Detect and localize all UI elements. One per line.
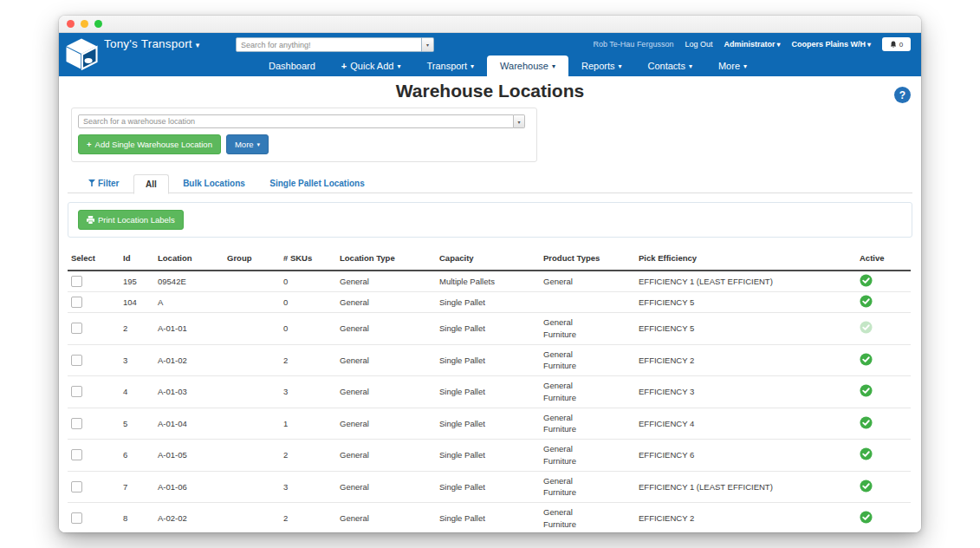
row-checkbox[interactable] [71, 355, 82, 366]
global-search-input[interactable] [236, 37, 422, 52]
table-row: 2 A-01-01 0 General Single Pallet Genera… [68, 313, 911, 345]
brand-menu[interactable]: Tony's Transport ▾ [104, 37, 200, 50]
product-type-line: Furniture [543, 423, 632, 435]
col-capacity: Capacity [436, 248, 540, 271]
location-search-dropdown-button[interactable]: ▾ [514, 114, 525, 128]
active-check-icon [860, 480, 873, 493]
role-menu[interactable]: Administrator▾ [724, 40, 780, 49]
nav-label: Quick Add [350, 61, 393, 71]
printer-icon [87, 216, 94, 224]
cell-pick-efficiency: EFFICIENCY 1 (LEAST EFFICIENT) [635, 271, 856, 292]
active-check-icon [860, 384, 873, 397]
bell-icon [890, 41, 897, 49]
col-product-types: Product Types [540, 248, 635, 271]
tab-single-pallet-locations[interactable]: Single Pallet Locations [259, 174, 374, 192]
page-content: Warehouse Locations ? ▾ +Add Single Ware… [59, 81, 921, 532]
cell-id: 195 [120, 271, 154, 292]
nav-dashboard[interactable]: Dashboard [256, 55, 328, 76]
cell-skus: 3 [280, 376, 336, 408]
table-row: 7 A-01-06 3 General Single Pallet Genera… [68, 471, 911, 503]
close-button[interactable] [67, 20, 75, 28]
cell-capacity: Single Pallet [436, 313, 540, 345]
col-location-type: Location Type [336, 248, 436, 271]
chevron-down-icon: ▾ [619, 62, 622, 70]
chevron-down-icon: ▾ [471, 62, 474, 70]
col-group: Group [224, 248, 280, 271]
nav-more[interactable]: More▾ [705, 55, 760, 76]
global-search: ▾ [236, 37, 434, 52]
cell-capacity: Single Pallet [436, 292, 540, 313]
tab-bulk-locations[interactable]: Bulk Locations [172, 174, 256, 192]
more-button[interactable]: More▾ [226, 134, 269, 154]
cell-group [224, 344, 280, 376]
cell-group [224, 408, 280, 440]
cell-group [224, 503, 280, 532]
row-checkbox[interactable] [71, 418, 82, 429]
chevron-down-icon: ▾ [776, 41, 780, 49]
minimize-button[interactable] [81, 20, 88, 28]
row-checkbox[interactable] [71, 323, 82, 334]
window-titlebar [59, 16, 921, 33]
app-logo-cube-icon[interactable] [63, 36, 100, 72]
cell-location: A-01-03 [154, 376, 224, 408]
table-body: 195 09542E 0 General Multiple Pallets Ge… [68, 271, 911, 532]
browser-window: Tony's Transport ▾ ▾ Rob Te-Hau Fergusso… [59, 16, 921, 532]
add-single-warehouse-location-button[interactable]: +Add Single Warehouse Location [78, 134, 221, 154]
active-check-icon [860, 416, 873, 429]
nav-transport[interactable]: Transport▾ [413, 55, 487, 76]
nav-quick-add[interactable]: +Quick Add▾ [328, 55, 414, 76]
cell-pick-efficiency: EFFICIENCY 5 [635, 292, 856, 313]
table-row: 195 09542E 0 General Multiple Pallets Ge… [68, 271, 911, 292]
cell-pick-efficiency: EFFICIENCY 1 (LEAST EFFICIENT) [635, 471, 856, 503]
nav-reports[interactable]: Reports▾ [568, 55, 635, 76]
row-checkbox[interactable] [71, 297, 82, 308]
notifications-button[interactable]: 0 [882, 37, 911, 51]
nav-warehouse[interactable]: Warehouse▾ [487, 55, 568, 76]
table-header-row: Select Id Location Group # SKUs Location… [68, 248, 911, 271]
row-checkbox[interactable] [71, 276, 82, 287]
cell-skus: 2 [280, 503, 336, 532]
row-checkbox[interactable] [71, 449, 82, 460]
cell-pick-efficiency: EFFICIENCY 4 [635, 408, 856, 440]
cell-product-types: GeneralFurniture [540, 313, 635, 345]
cell-id: 4 [120, 376, 154, 408]
cell-id: 8 [120, 503, 154, 532]
product-type-line: General [543, 475, 632, 487]
cell-location: A [154, 292, 224, 313]
col-location: Location [154, 248, 224, 271]
tab-filter[interactable]: Filter [78, 174, 129, 192]
zoom-button[interactable] [94, 20, 102, 28]
cell-id: 2 [120, 313, 154, 345]
active-check-icon [860, 511, 873, 524]
chevron-down-icon: ▾ [867, 41, 871, 49]
global-search-dropdown-button[interactable]: ▾ [422, 37, 434, 52]
location-search-input[interactable] [78, 114, 514, 128]
help-button[interactable]: ? [894, 87, 911, 103]
table-row: 3 A-01-02 2 General Single Pallet Genera… [68, 344, 911, 376]
cell-skus: 0 [280, 292, 336, 313]
nav-contacts[interactable]: Contacts▾ [635, 55, 705, 76]
button-label: More [235, 140, 254, 149]
row-checkbox[interactable] [71, 481, 82, 493]
tab-all[interactable]: All [133, 174, 169, 194]
col-active: Active [856, 248, 911, 271]
user-name: Rob Te-Hau Fergusson [594, 40, 674, 49]
site-menu[interactable]: Coopers Plains W/H▾ [791, 40, 871, 49]
cell-group [224, 440, 280, 472]
row-checkbox[interactable] [71, 512, 82, 524]
cell-product-types: GeneralFurniture [540, 440, 635, 472]
print-location-labels-button[interactable]: Print Location Labels [78, 210, 184, 230]
log-out-link[interactable]: Log Out [685, 40, 712, 49]
page-title: Warehouse Locations [59, 81, 921, 101]
cell-pick-efficiency: EFFICIENCY 2 [635, 503, 856, 532]
cell-capacity: Single Pallet [436, 344, 540, 376]
plus-icon: + [87, 140, 92, 149]
row-checkbox[interactable] [71, 386, 82, 397]
cell-location-type: General [336, 271, 436, 292]
cell-pick-efficiency: EFFICIENCY 6 [635, 440, 856, 472]
nav-label: More [718, 61, 740, 71]
tab-label: Single Pallet Locations [269, 179, 364, 188]
chevron-down-icon: ▾ [257, 141, 261, 148]
active-check-icon [860, 447, 873, 460]
active-check-icon [860, 295, 873, 308]
